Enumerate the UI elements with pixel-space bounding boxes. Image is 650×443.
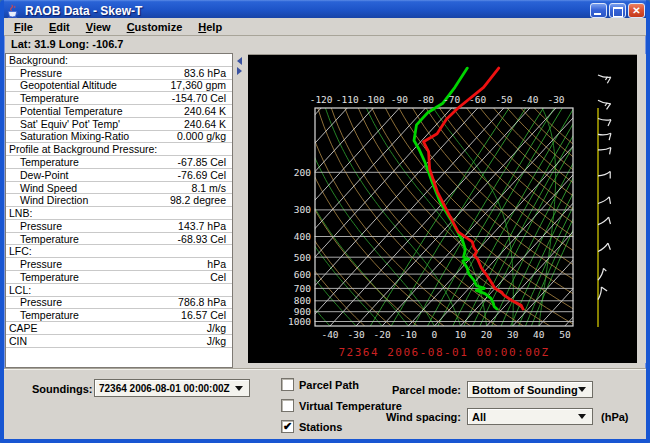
svg-text:-90: -90 <box>391 94 408 105</box>
close-button[interactable] <box>628 3 645 18</box>
row-value: -68.93 Cel <box>178 233 232 245</box>
menu-item-customize[interactable]: Customize <box>121 19 189 35</box>
soundings-label: Soundings: <box>32 383 90 395</box>
chevron-down-icon <box>578 387 586 392</box>
row-label: Wind Speed <box>6 182 77 194</box>
row-value: 16.57 Cel <box>181 309 232 321</box>
expand-right-icon[interactable] <box>237 67 242 75</box>
wind-spacing-combobox[interactable]: All <box>467 408 593 425</box>
svg-text:-30: -30 <box>547 94 564 105</box>
row-label: Wind Direction <box>6 194 88 206</box>
row-value: -76.69 Cel <box>178 169 232 181</box>
split-pane-divider[interactable] <box>234 53 247 368</box>
svg-text:-60: -60 <box>469 94 486 105</box>
row-value: Cel <box>210 271 232 283</box>
row-label: Pressure <box>6 296 62 308</box>
table-row: Dew-Point-76.69 Cel <box>6 169 232 182</box>
svg-text:-30: -30 <box>348 329 365 340</box>
svg-text:40: 40 <box>533 329 545 340</box>
svg-text:30: 30 <box>507 329 519 340</box>
row-label: Sat' Equiv' Pot' Temp' <box>6 118 120 130</box>
svg-text:-50: -50 <box>495 94 512 105</box>
row-label: Background: <box>6 54 68 66</box>
menu-item-edit[interactable]: Edit <box>43 19 76 35</box>
row-label: Profile at Background Pressure: <box>6 143 157 155</box>
svg-text:-120: -120 <box>310 94 333 105</box>
row-label: Temperature <box>6 271 79 283</box>
row-label: Saturation Mixing-Ratio <box>6 130 129 142</box>
row-label: Temperature <box>6 92 79 104</box>
bottom-controls: Soundings: 72364 2006-08-01 00:00:00Z Pa… <box>4 368 646 439</box>
row-value: J/kg <box>207 322 232 334</box>
sounding-data-table: Background:Pressure83.6 hPaGeopotential … <box>5 53 233 368</box>
chart-right-gutter <box>637 54 646 363</box>
svg-text:700: 700 <box>294 283 311 294</box>
svg-text:500: 500 <box>294 252 311 263</box>
checkbox-label: Parcel Path <box>299 379 359 391</box>
checkbox-box[interactable] <box>281 399 294 412</box>
menu-item-help[interactable]: Help <box>192 19 228 35</box>
svg-text:50: 50 <box>559 329 571 340</box>
row-label: Potential Temperature <box>6 105 123 117</box>
table-row: TemperatureCel <box>6 271 232 284</box>
row-label: Temperature <box>6 233 79 245</box>
skewt-chart: -120-110-100-90-80-70-60-50-40-30-40-30-… <box>248 55 637 364</box>
svg-text:400: 400 <box>294 231 311 242</box>
svg-text:-70: -70 <box>443 94 460 105</box>
checkbox-box[interactable] <box>281 378 294 391</box>
checkbox-parcel-path[interactable]: Parcel Path <box>281 378 359 391</box>
row-value: -67.85 Cel <box>178 156 232 168</box>
svg-text:-40: -40 <box>521 94 538 105</box>
wind-spacing-value: All <box>468 411 578 423</box>
svg-text:20: 20 <box>481 329 493 340</box>
svg-text:800: 800 <box>294 295 311 306</box>
row-value: -154.70 Cel <box>172 92 232 104</box>
row-value: 98.2 degree <box>170 194 232 206</box>
skewt-chart-panel: -120-110-100-90-80-70-60-50-40-30-40-30-… <box>248 54 637 363</box>
menu-item-file[interactable]: File <box>8 19 39 35</box>
row-label: Pressure <box>6 67 62 79</box>
row-value: 240.64 K <box>184 105 232 117</box>
soundings-value: 72364 2006-08-01 00:00:00Z <box>95 383 235 394</box>
parcel-mode-combobox[interactable]: Bottom of Sounding <box>467 381 593 398</box>
table-row: Saturation Mixing-Ratio0.000 g/kg <box>6 131 232 144</box>
table-row: Temperature-154.70 Cel <box>6 92 232 105</box>
table-row: Pressure786.8 hPa <box>6 297 232 310</box>
row-label: Temperature <box>6 309 79 321</box>
table-row: LNB: <box>6 207 232 220</box>
hpa-unit-label: (hPa) <box>601 411 629 423</box>
row-label: Pressure <box>6 220 62 232</box>
soundings-combobox[interactable]: 72364 2006-08-01 00:00:00Z <box>94 379 250 397</box>
parcel-mode-label: Parcel mode: <box>379 384 461 396</box>
maximize-button[interactable] <box>609 3 626 18</box>
table-row: Potential Temperature240.64 K <box>6 105 232 118</box>
wind-spacing-label: Wind spacing: <box>379 411 461 423</box>
window-title: RAOB Data - Skew-T <box>25 4 142 18</box>
row-label: CIN <box>6 335 27 347</box>
app-window: RAOB Data - Skew-T FileEditViewCustomize… <box>0 0 650 443</box>
row-value: J/kg <box>207 335 232 347</box>
java-app-icon <box>5 4 20 19</box>
table-row: LCL: <box>6 284 232 297</box>
row-value: 143.7 hPa <box>178 220 232 232</box>
minimize-button[interactable] <box>590 3 607 18</box>
checkbox-box[interactable]: ✔ <box>281 420 294 433</box>
svg-text:72364 2006-08-01 00:00:00Z: 72364 2006-08-01 00:00:00Z <box>338 346 549 359</box>
checkbox-stations[interactable]: ✔Stations <box>281 420 342 433</box>
row-value: 83.6 hPa <box>184 67 232 79</box>
table-row: Wind Speed8.1 m/s <box>6 182 232 195</box>
row-label: Temperature <box>6 156 79 168</box>
table-row: LFC: <box>6 245 232 258</box>
chevron-down-icon <box>578 414 586 419</box>
collapse-left-icon[interactable] <box>237 57 242 65</box>
table-row: CINJ/kg <box>6 335 232 348</box>
svg-text:10: 10 <box>455 329 467 340</box>
table-row: Pressure83.6 hPa <box>6 67 232 80</box>
table-row: Geopotential Altitude17,360 gpm <box>6 80 232 93</box>
menu-item-view[interactable]: View <box>80 19 117 35</box>
row-value: 17,360 gpm <box>171 79 232 91</box>
table-row: Temperature16.57 Cel <box>6 309 232 322</box>
checkbox-label: Virtual Temperature <box>299 400 402 412</box>
row-label: LCL: <box>6 284 31 296</box>
svg-text:300: 300 <box>294 204 311 215</box>
